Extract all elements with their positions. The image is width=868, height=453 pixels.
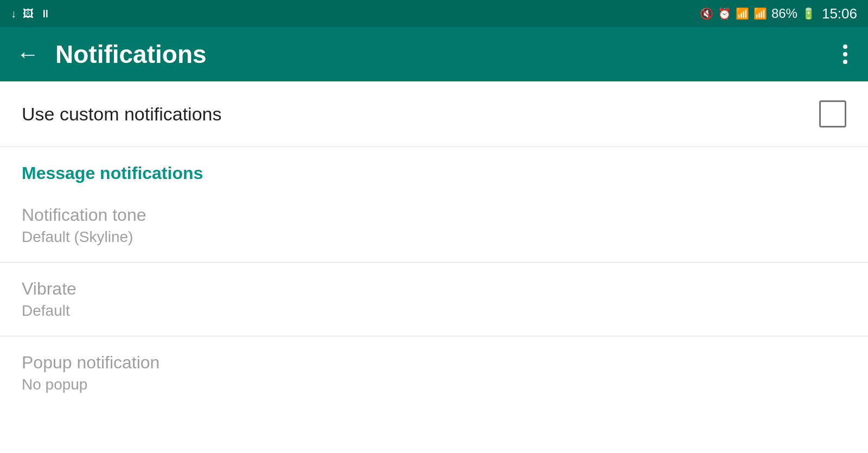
download-icon: ↓ (11, 8, 16, 19)
custom-notifications-label: Use custom notifications (22, 104, 222, 125)
notification-tone-item[interactable]: Notification tone Default (Skyline) (0, 189, 868, 263)
app-bar: ← Notifications (0, 27, 868, 81)
notification-tone-value: Default (Skyline) (22, 228, 846, 246)
battery-icon: 🔋 (802, 8, 815, 19)
mute-icon: 🔇 (700, 8, 713, 19)
dot-1 (843, 44, 847, 49)
popup-notification-value: No popup (22, 376, 846, 393)
popup-notification-item[interactable]: Popup notification No popup (0, 336, 868, 410)
dot-3 (843, 60, 847, 64)
status-time: 15:06 (822, 5, 857, 22)
dot-2 (843, 52, 847, 56)
more-options-button[interactable] (839, 40, 852, 68)
image-icon: 🖼 (23, 8, 34, 19)
vibrate-label: Vibrate (22, 279, 846, 299)
back-button[interactable]: ← (16, 43, 39, 66)
app-bar-left: ← Notifications (16, 40, 207, 69)
status-bar-right-icons: 🔇 ⏰ 📶 📶 86% 🔋 15:06 (700, 5, 857, 22)
wifi-icon: 📶 (736, 8, 749, 19)
pause-icon: ⏸ (40, 8, 51, 19)
popup-notification-label: Popup notification (22, 353, 846, 373)
content-area: Use custom notifications Message notific… (0, 81, 868, 453)
page-title: Notifications (55, 40, 207, 69)
message-notifications-section: Message notifications (0, 147, 868, 189)
message-notifications-label: Message notifications (22, 163, 203, 183)
custom-notifications-row[interactable]: Use custom notifications (0, 81, 868, 146)
notification-tone-label: Notification tone (22, 205, 846, 225)
status-bar-left-icons: ↓ 🖼 ⏸ (11, 8, 51, 19)
alarm-icon: ⏰ (718, 8, 731, 19)
vibrate-value: Default (22, 302, 846, 320)
signal-icon: 📶 (754, 8, 767, 19)
custom-notifications-checkbox[interactable] (819, 100, 846, 127)
vibrate-item[interactable]: Vibrate Default (0, 263, 868, 336)
status-bar: ↓ 🖼 ⏸ 🔇 ⏰ 📶 📶 86% 🔋 15:06 (0, 0, 868, 27)
battery-percent: 86% (771, 6, 797, 21)
